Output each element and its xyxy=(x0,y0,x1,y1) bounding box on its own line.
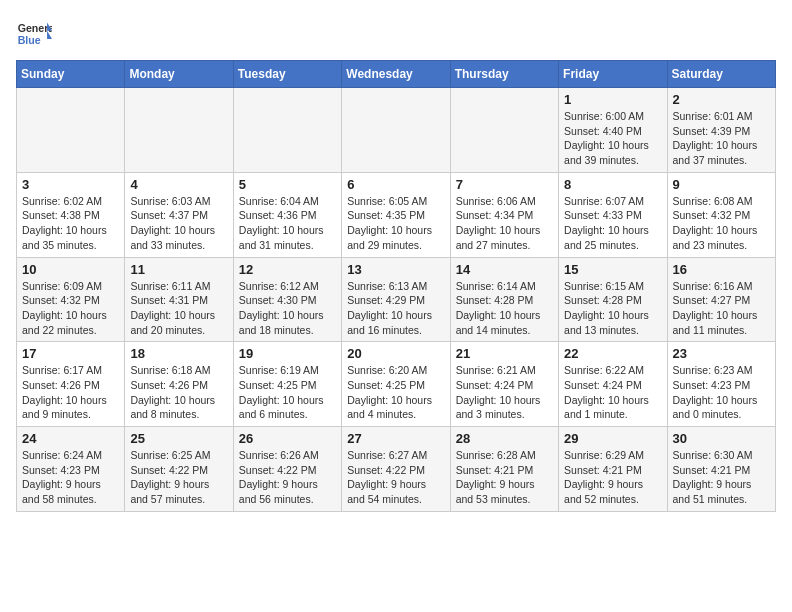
svg-text:Blue: Blue xyxy=(18,34,41,46)
logo: General Blue xyxy=(16,16,56,52)
day-number: 18 xyxy=(130,346,227,361)
day-info: Sunrise: 6:12 AM Sunset: 4:30 PM Dayligh… xyxy=(239,279,336,338)
empty-day-cell xyxy=(450,88,558,173)
day-number: 27 xyxy=(347,431,444,446)
calendar-day-cell: 25Sunrise: 6:25 AM Sunset: 4:22 PM Dayli… xyxy=(125,427,233,512)
day-number: 24 xyxy=(22,431,119,446)
calendar-table: SundayMondayTuesdayWednesdayThursdayFrid… xyxy=(16,60,776,512)
day-number: 11 xyxy=(130,262,227,277)
svg-text:General: General xyxy=(18,22,52,34)
calendar-day-cell: 12Sunrise: 6:12 AM Sunset: 4:30 PM Dayli… xyxy=(233,257,341,342)
calendar-day-cell: 15Sunrise: 6:15 AM Sunset: 4:28 PM Dayli… xyxy=(559,257,667,342)
calendar-day-cell: 7Sunrise: 6:06 AM Sunset: 4:34 PM Daylig… xyxy=(450,172,558,257)
calendar-day-cell: 28Sunrise: 6:28 AM Sunset: 4:21 PM Dayli… xyxy=(450,427,558,512)
calendar-week-row: 24Sunrise: 6:24 AM Sunset: 4:23 PM Dayli… xyxy=(17,427,776,512)
day-info: Sunrise: 6:09 AM Sunset: 4:32 PM Dayligh… xyxy=(22,279,119,338)
day-number: 5 xyxy=(239,177,336,192)
day-info: Sunrise: 6:13 AM Sunset: 4:29 PM Dayligh… xyxy=(347,279,444,338)
day-number: 20 xyxy=(347,346,444,361)
day-number: 15 xyxy=(564,262,661,277)
day-number: 4 xyxy=(130,177,227,192)
day-info: Sunrise: 6:00 AM Sunset: 4:40 PM Dayligh… xyxy=(564,109,661,168)
day-number: 21 xyxy=(456,346,553,361)
day-info: Sunrise: 6:08 AM Sunset: 4:32 PM Dayligh… xyxy=(673,194,770,253)
day-info: Sunrise: 6:23 AM Sunset: 4:23 PM Dayligh… xyxy=(673,363,770,422)
calendar-header-row: SundayMondayTuesdayWednesdayThursdayFrid… xyxy=(17,61,776,88)
day-number: 17 xyxy=(22,346,119,361)
calendar-day-cell: 8Sunrise: 6:07 AM Sunset: 4:33 PM Daylig… xyxy=(559,172,667,257)
day-info: Sunrise: 6:16 AM Sunset: 4:27 PM Dayligh… xyxy=(673,279,770,338)
calendar-day-cell: 19Sunrise: 6:19 AM Sunset: 4:25 PM Dayli… xyxy=(233,342,341,427)
day-number: 6 xyxy=(347,177,444,192)
calendar-day-cell: 9Sunrise: 6:08 AM Sunset: 4:32 PM Daylig… xyxy=(667,172,775,257)
day-number: 26 xyxy=(239,431,336,446)
empty-day-cell xyxy=(125,88,233,173)
calendar-day-cell: 26Sunrise: 6:26 AM Sunset: 4:22 PM Dayli… xyxy=(233,427,341,512)
day-number: 25 xyxy=(130,431,227,446)
day-info: Sunrise: 6:30 AM Sunset: 4:21 PM Dayligh… xyxy=(673,448,770,507)
day-number: 16 xyxy=(673,262,770,277)
calendar-day-cell: 5Sunrise: 6:04 AM Sunset: 4:36 PM Daylig… xyxy=(233,172,341,257)
calendar-week-row: 3Sunrise: 6:02 AM Sunset: 4:38 PM Daylig… xyxy=(17,172,776,257)
calendar-day-cell: 27Sunrise: 6:27 AM Sunset: 4:22 PM Dayli… xyxy=(342,427,450,512)
day-info: Sunrise: 6:29 AM Sunset: 4:21 PM Dayligh… xyxy=(564,448,661,507)
day-number: 3 xyxy=(22,177,119,192)
calendar-day-cell: 30Sunrise: 6:30 AM Sunset: 4:21 PM Dayli… xyxy=(667,427,775,512)
day-info: Sunrise: 6:25 AM Sunset: 4:22 PM Dayligh… xyxy=(130,448,227,507)
day-number: 12 xyxy=(239,262,336,277)
calendar-day-cell: 22Sunrise: 6:22 AM Sunset: 4:24 PM Dayli… xyxy=(559,342,667,427)
calendar-day-cell: 11Sunrise: 6:11 AM Sunset: 4:31 PM Dayli… xyxy=(125,257,233,342)
day-info: Sunrise: 6:01 AM Sunset: 4:39 PM Dayligh… xyxy=(673,109,770,168)
calendar-day-cell: 4Sunrise: 6:03 AM Sunset: 4:37 PM Daylig… xyxy=(125,172,233,257)
calendar-day-cell: 2Sunrise: 6:01 AM Sunset: 4:39 PM Daylig… xyxy=(667,88,775,173)
day-number: 10 xyxy=(22,262,119,277)
day-of-week-header: Friday xyxy=(559,61,667,88)
day-info: Sunrise: 6:11 AM Sunset: 4:31 PM Dayligh… xyxy=(130,279,227,338)
day-info: Sunrise: 6:03 AM Sunset: 4:37 PM Dayligh… xyxy=(130,194,227,253)
day-of-week-header: Sunday xyxy=(17,61,125,88)
logo-icon: General Blue xyxy=(16,16,52,52)
day-of-week-header: Monday xyxy=(125,61,233,88)
calendar-day-cell: 10Sunrise: 6:09 AM Sunset: 4:32 PM Dayli… xyxy=(17,257,125,342)
calendar-day-cell: 17Sunrise: 6:17 AM Sunset: 4:26 PM Dayli… xyxy=(17,342,125,427)
day-of-week-header: Saturday xyxy=(667,61,775,88)
day-number: 14 xyxy=(456,262,553,277)
day-number: 29 xyxy=(564,431,661,446)
day-info: Sunrise: 6:06 AM Sunset: 4:34 PM Dayligh… xyxy=(456,194,553,253)
day-info: Sunrise: 6:15 AM Sunset: 4:28 PM Dayligh… xyxy=(564,279,661,338)
day-info: Sunrise: 6:27 AM Sunset: 4:22 PM Dayligh… xyxy=(347,448,444,507)
calendar-day-cell: 21Sunrise: 6:21 AM Sunset: 4:24 PM Dayli… xyxy=(450,342,558,427)
empty-day-cell xyxy=(233,88,341,173)
calendar-day-cell: 16Sunrise: 6:16 AM Sunset: 4:27 PM Dayli… xyxy=(667,257,775,342)
calendar-day-cell: 6Sunrise: 6:05 AM Sunset: 4:35 PM Daylig… xyxy=(342,172,450,257)
day-number: 30 xyxy=(673,431,770,446)
day-number: 1 xyxy=(564,92,661,107)
calendar-week-row: 1Sunrise: 6:00 AM Sunset: 4:40 PM Daylig… xyxy=(17,88,776,173)
day-number: 7 xyxy=(456,177,553,192)
day-number: 22 xyxy=(564,346,661,361)
empty-day-cell xyxy=(342,88,450,173)
day-number: 28 xyxy=(456,431,553,446)
calendar-day-cell: 1Sunrise: 6:00 AM Sunset: 4:40 PM Daylig… xyxy=(559,88,667,173)
calendar-day-cell: 18Sunrise: 6:18 AM Sunset: 4:26 PM Dayli… xyxy=(125,342,233,427)
day-of-week-header: Thursday xyxy=(450,61,558,88)
empty-day-cell xyxy=(17,88,125,173)
day-info: Sunrise: 6:02 AM Sunset: 4:38 PM Dayligh… xyxy=(22,194,119,253)
page-header: General Blue xyxy=(16,16,776,52)
day-number: 23 xyxy=(673,346,770,361)
day-info: Sunrise: 6:28 AM Sunset: 4:21 PM Dayligh… xyxy=(456,448,553,507)
day-info: Sunrise: 6:18 AM Sunset: 4:26 PM Dayligh… xyxy=(130,363,227,422)
day-number: 8 xyxy=(564,177,661,192)
day-number: 9 xyxy=(673,177,770,192)
day-info: Sunrise: 6:17 AM Sunset: 4:26 PM Dayligh… xyxy=(22,363,119,422)
calendar-day-cell: 29Sunrise: 6:29 AM Sunset: 4:21 PM Dayli… xyxy=(559,427,667,512)
calendar-day-cell: 23Sunrise: 6:23 AM Sunset: 4:23 PM Dayli… xyxy=(667,342,775,427)
calendar-day-cell: 3Sunrise: 6:02 AM Sunset: 4:38 PM Daylig… xyxy=(17,172,125,257)
day-info: Sunrise: 6:05 AM Sunset: 4:35 PM Dayligh… xyxy=(347,194,444,253)
calendar-day-cell: 24Sunrise: 6:24 AM Sunset: 4:23 PM Dayli… xyxy=(17,427,125,512)
day-info: Sunrise: 6:07 AM Sunset: 4:33 PM Dayligh… xyxy=(564,194,661,253)
calendar-week-row: 17Sunrise: 6:17 AM Sunset: 4:26 PM Dayli… xyxy=(17,342,776,427)
day-info: Sunrise: 6:26 AM Sunset: 4:22 PM Dayligh… xyxy=(239,448,336,507)
calendar-day-cell: 13Sunrise: 6:13 AM Sunset: 4:29 PM Dayli… xyxy=(342,257,450,342)
day-info: Sunrise: 6:22 AM Sunset: 4:24 PM Dayligh… xyxy=(564,363,661,422)
